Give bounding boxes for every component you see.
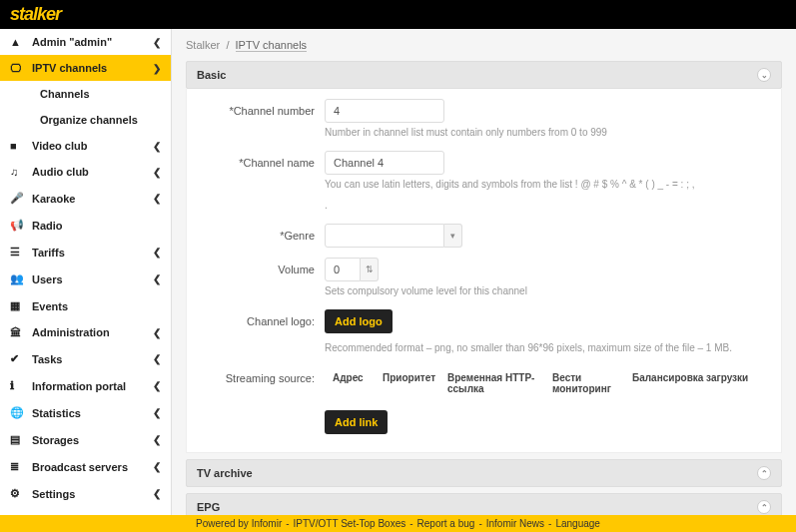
breadcrumb-current: IPTV channels (236, 39, 308, 52)
chevron-left-icon: ❮ (153, 193, 161, 204)
panel-epg-header[interactable]: EPG⌃ (186, 493, 782, 515)
sidebar-item-users[interactable]: 👥Users❮ (0, 266, 171, 292)
brand-logo: stalker (10, 4, 61, 25)
sidebar-item-karaoke[interactable]: 🎤Karaoke❮ (0, 185, 171, 212)
radio-icon: 📢 (10, 219, 26, 232)
add-link-button[interactable]: Add link (325, 410, 388, 434)
globe-icon: 🌐 (10, 406, 26, 419)
expand-icon[interactable]: ⌃ (757, 500, 771, 514)
mic-icon: 🎤 (10, 192, 26, 205)
user-icon: ▲ (10, 36, 26, 48)
sidebar: ▲ Admin "admin" ❮ 🖵 IPTV channels ❯ Chan… (0, 29, 172, 515)
chevron-left-icon: ❮ (153, 327, 161, 338)
genre-dropdown-button[interactable]: ▾ (444, 224, 462, 248)
sidebar-item-radio[interactable]: 📢Radio (0, 212, 171, 239)
chevron-left-icon: ❮ (153, 353, 161, 364)
sidebar-item-tariffs[interactable]: ☰Tariffs❮ (0, 239, 171, 266)
genre-label: *Genre (195, 224, 325, 242)
sidebar-sub-organize[interactable]: Organize channels (0, 107, 171, 133)
topbar: stalker (0, 0, 796, 29)
sidebar-item-video[interactable]: ■Video club❮ (0, 133, 171, 159)
footer-link-news[interactable]: Infomir News (486, 518, 544, 529)
volume-input[interactable] (325, 258, 361, 281)
label: Admin "admin" (32, 36, 153, 48)
logo-help: Recommended format – png, no smaller tha… (325, 341, 773, 354)
chevron-left-icon: ❮ (153, 461, 161, 472)
video-icon: ■ (10, 140, 26, 152)
panel-basic-header[interactable]: Basic ⌄ (186, 61, 782, 89)
logo-label: Channel logo: (195, 309, 325, 327)
breadcrumb: Stalker / IPTV channels (186, 39, 782, 51)
chevron-left-icon: ❮ (153, 167, 161, 178)
chevron-left-icon: ❮ (153, 141, 161, 152)
sidebar-item-settings[interactable]: ⚙Settings❮ (0, 480, 171, 507)
chevron-left-icon: ❮ (153, 37, 161, 48)
expand-icon[interactable]: ⌃ (757, 466, 771, 480)
building-icon: 🏛 (10, 326, 26, 338)
volume-help: Sets compulsory volume level for this ch… (325, 284, 773, 297)
footer: Powered by Infomir - IPTV/OTT Set-Top Bo… (0, 515, 796, 532)
source-columns-header: Адрес Приоритет Временная HTTP-ссылка Ве… (325, 370, 773, 396)
footer-link-boxes[interactable]: IPTV/OTT Set-Top Boxes (294, 518, 406, 529)
check-icon: ✔ (10, 352, 26, 365)
gears-icon: ⚙ (10, 487, 26, 500)
streaming-source-label: Streaming source: (195, 366, 325, 384)
panel-tv-archive-header[interactable]: TV archive⌃ (186, 459, 782, 487)
tv-icon: 🖵 (10, 62, 26, 74)
chevron-left-icon: ❮ (153, 434, 161, 445)
volume-label: Volume (195, 258, 325, 275)
chevron-left-icon: ❮ (153, 273, 161, 284)
sidebar-item-administration[interactable]: 🏛Administration❮ (0, 319, 171, 345)
channel-name-help: You can use latin letters, digits and sy… (325, 178, 773, 191)
sidebar-item-infoportal[interactable]: ℹInformation portal❮ (0, 372, 171, 399)
channel-number-help: Number in channel list must contain only… (325, 126, 773, 139)
chevron-left-icon: ❮ (153, 407, 161, 418)
server-icon: ≣ (10, 460, 26, 473)
sidebar-item-iptv[interactable]: 🖵 IPTV channels ❯ (0, 55, 171, 81)
collapse-icon[interactable]: ⌄ (757, 68, 771, 82)
sidebar-sub-channels[interactable]: Channels (0, 81, 171, 107)
storage-icon: ▤ (10, 433, 26, 446)
sidebar-item-statistics[interactable]: 🌐Statistics❮ (0, 399, 171, 426)
sidebar-item-broadcast[interactable]: ≣Broadcast servers❮ (0, 453, 171, 480)
sidebar-item-storages[interactable]: ▤Storages❮ (0, 426, 171, 453)
users-icon: 👥 (10, 272, 26, 285)
chevron-left-icon: ❮ (153, 380, 161, 391)
chevron-left-icon: ❮ (153, 488, 161, 499)
sidebar-item-tasks[interactable]: ✔Tasks❮ (0, 345, 171, 372)
genre-select[interactable] (325, 224, 444, 248)
breadcrumb-root[interactable]: Stalker (186, 39, 220, 51)
add-logo-button[interactable]: Add logo (325, 309, 393, 333)
panel-basic: Basic ⌄ *Channel number Number in channe… (186, 61, 782, 453)
channel-name-input[interactable] (325, 151, 444, 175)
footer-link-language[interactable]: Language (555, 518, 600, 529)
label: IPTV channels (32, 62, 153, 74)
footer-link-bug[interactable]: Report a bug (417, 518, 475, 529)
channel-number-input[interactable] (325, 99, 444, 123)
chevron-down-icon: ❯ (153, 63, 161, 74)
info-icon: ℹ (10, 379, 26, 392)
sidebar-item-events[interactable]: ▦Events (0, 292, 171, 319)
calendar-icon: ▦ (10, 299, 26, 312)
volume-stepper-button[interactable]: ⇅ (361, 258, 379, 281)
chevron-left-icon: ❮ (153, 247, 161, 258)
audio-icon: ♫ (10, 166, 26, 178)
channel-number-label: *Channel number (195, 99, 325, 117)
sidebar-item-audio[interactable]: ♫Audio club❮ (0, 159, 171, 185)
list-icon: ☰ (10, 246, 26, 259)
sidebar-item-admin[interactable]: ▲ Admin "admin" ❮ (0, 29, 171, 55)
channel-name-label: *Channel name (195, 151, 325, 169)
main-content: Stalker / IPTV channels Basic ⌄ *Channel… (172, 29, 796, 515)
footer-powered: Powered by Infomir (196, 518, 282, 529)
